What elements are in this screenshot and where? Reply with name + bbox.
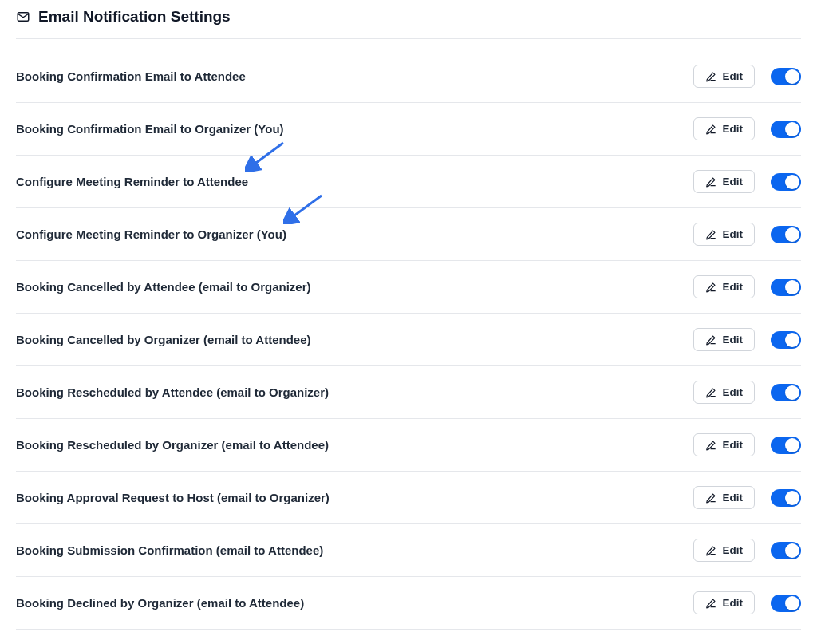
enable-toggle[interactable] <box>771 384 801 401</box>
pencil-icon <box>705 229 716 240</box>
row-actions: Edit <box>693 591 802 614</box>
enable-toggle[interactable] <box>771 68 801 85</box>
pencil-icon <box>705 282 716 293</box>
edit-button-label: Edit <box>723 492 744 504</box>
pencil-icon <box>705 387 716 398</box>
setting-label: Booking Submission Confirmation (email t… <box>16 543 323 557</box>
edit-button-label: Edit <box>723 123 744 135</box>
pencil-icon <box>705 440 716 451</box>
toggle-knob <box>785 385 799 400</box>
setting-label: Booking Rescheduled by Attendee (email t… <box>16 385 329 399</box>
enable-toggle[interactable] <box>771 437 801 454</box>
edit-button-label: Edit <box>723 228 744 240</box>
enable-toggle[interactable] <box>771 121 801 138</box>
edit-button[interactable]: Edit <box>693 433 756 456</box>
setting-row: Booking Confirmation Email to Attendee E… <box>16 50 801 103</box>
setting-row: Configure Meeting Reminder to Organizer … <box>16 208 801 261</box>
edit-button[interactable]: Edit <box>693 328 756 351</box>
setting-row: Booking Confirmation Email to Organizer … <box>16 103 801 156</box>
edit-button[interactable]: Edit <box>693 170 756 193</box>
setting-row: Booking Submission Confirmation (email t… <box>16 524 801 577</box>
setting-row: Booking Declined by Organizer (email to … <box>16 577 801 630</box>
edit-button[interactable]: Edit <box>693 275 756 298</box>
setting-row: Booking Rescheduled by Attendee (email t… <box>16 366 801 419</box>
envelope-icon <box>16 10 30 24</box>
enable-toggle[interactable] <box>771 279 801 296</box>
settings-list: Booking Confirmation Email to Attendee E… <box>16 50 801 630</box>
enable-toggle[interactable] <box>771 595 801 612</box>
toggle-knob <box>785 596 799 610</box>
page-title: Email Notification Settings <box>38 8 231 26</box>
edit-button-label: Edit <box>723 597 744 609</box>
row-actions: Edit <box>693 486 802 509</box>
row-actions: Edit <box>693 170 802 193</box>
enable-toggle[interactable] <box>771 226 801 243</box>
enable-toggle[interactable] <box>771 173 801 191</box>
setting-row: Booking Approval Request to Host (email … <box>16 472 801 524</box>
pencil-icon <box>705 334 716 346</box>
pencil-icon <box>705 598 716 609</box>
row-actions: Edit <box>693 275 802 298</box>
setting-row: Booking Cancelled by Attendee (email to … <box>16 261 801 314</box>
edit-button-label: Edit <box>723 70 744 82</box>
setting-label: Booking Cancelled by Attendee (email to … <box>16 280 311 294</box>
row-actions: Edit <box>693 117 802 140</box>
setting-label: Booking Confirmation Email to Organizer … <box>16 122 284 136</box>
setting-label: Booking Approval Request to Host (email … <box>16 491 330 504</box>
pencil-icon <box>705 492 716 504</box>
pencil-icon <box>705 545 716 556</box>
enable-toggle[interactable] <box>771 542 801 559</box>
setting-label: Booking Confirmation Email to Attendee <box>16 69 246 83</box>
edit-button-label: Edit <box>723 386 744 398</box>
enable-toggle[interactable] <box>771 489 801 507</box>
toggle-knob <box>785 122 799 136</box>
edit-button-label: Edit <box>723 334 744 346</box>
page-header: Email Notification Settings <box>16 8 801 39</box>
edit-button-label: Edit <box>723 281 744 293</box>
edit-button[interactable]: Edit <box>693 381 756 404</box>
setting-label: Booking Cancelled by Organizer (email to… <box>16 333 311 346</box>
setting-label: Booking Rescheduled by Organizer (email … <box>16 438 329 452</box>
setting-row: Booking Cancelled by Organizer (email to… <box>16 314 801 366</box>
row-actions: Edit <box>693 539 802 562</box>
row-actions: Edit <box>693 223 802 246</box>
edit-button-label: Edit <box>723 544 744 556</box>
toggle-knob <box>785 333 799 347</box>
row-actions: Edit <box>693 328 802 351</box>
edit-button[interactable]: Edit <box>693 65 756 88</box>
row-actions: Edit <box>693 433 802 456</box>
pencil-icon <box>705 176 716 188</box>
toggle-knob <box>785 438 799 452</box>
edit-button[interactable]: Edit <box>693 591 756 614</box>
edit-button[interactable]: Edit <box>693 539 756 562</box>
toggle-knob <box>785 543 799 558</box>
row-actions: Edit <box>693 65 802 88</box>
toggle-knob <box>785 280 799 294</box>
toggle-knob <box>785 227 799 242</box>
setting-row: Configure Meeting Reminder to Attendee E… <box>16 156 801 208</box>
edit-button[interactable]: Edit <box>693 117 756 140</box>
setting-label: Configure Meeting Reminder to Organizer … <box>16 227 286 241</box>
setting-label: Configure Meeting Reminder to Attendee <box>16 175 248 188</box>
setting-row: Booking Rescheduled by Organizer (email … <box>16 419 801 472</box>
toggle-knob <box>785 491 799 505</box>
edit-button-label: Edit <box>723 176 744 188</box>
edit-button[interactable]: Edit <box>693 223 756 246</box>
row-actions: Edit <box>693 381 802 404</box>
toggle-knob <box>785 175 799 189</box>
enable-toggle[interactable] <box>771 331 801 349</box>
setting-label: Booking Declined by Organizer (email to … <box>16 596 304 610</box>
pencil-icon <box>705 71 716 82</box>
edit-button-label: Edit <box>723 439 744 451</box>
toggle-knob <box>785 69 799 84</box>
pencil-icon <box>705 124 716 135</box>
edit-button[interactable]: Edit <box>693 486 756 509</box>
